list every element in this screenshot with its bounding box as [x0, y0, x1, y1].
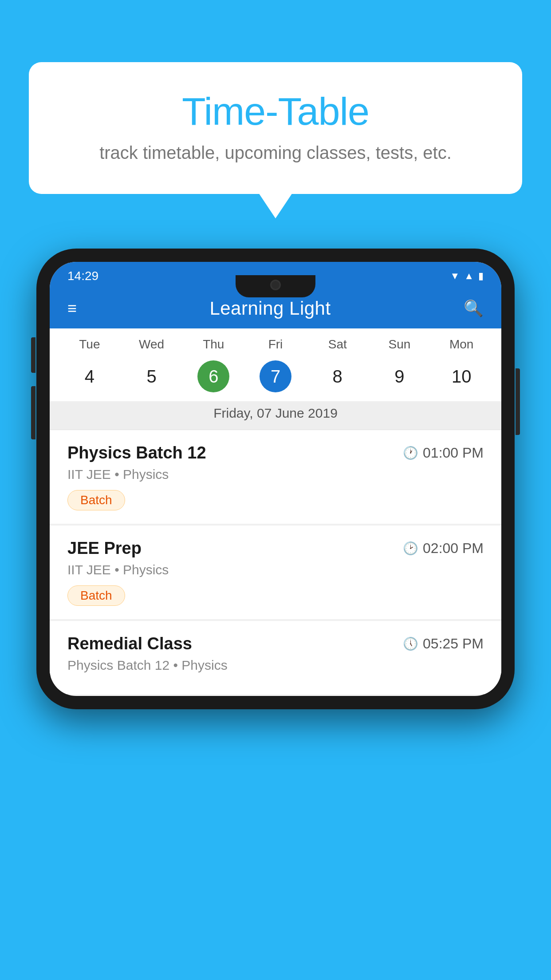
- schedule-time-value-1: 01:00 PM: [423, 445, 484, 461]
- schedule-time-value-2: 02:00 PM: [423, 540, 484, 557]
- day-header-sun: Sun: [369, 337, 431, 352]
- schedule-subject-1: IIT JEE • Physics: [67, 467, 484, 482]
- battery-icon: ▮: [478, 270, 484, 282]
- day-circle-4: 4: [74, 360, 106, 392]
- phone-notch: [236, 275, 315, 297]
- phone-button-volume-down: [31, 386, 35, 439]
- schedule-title-1: Physics Batch 12: [67, 443, 206, 462]
- day-circle-5: 5: [136, 360, 168, 392]
- day-7[interactable]: 7: [244, 360, 307, 392]
- schedule-time-2: 🕑 02:00 PM: [403, 540, 484, 557]
- schedule-item-2[interactable]: JEE Prep 🕑 02:00 PM IIT JEE • Physics Ba…: [50, 526, 501, 619]
- schedule-item-2-top: JEE Prep 🕑 02:00 PM: [67, 539, 484, 558]
- day-9[interactable]: 9: [369, 360, 431, 392]
- speech-bubble: Time-Table track timetable, upcoming cla…: [29, 62, 522, 194]
- schedule-time-value-3: 05:25 PM: [423, 636, 484, 652]
- schedule-subject-2: IIT JEE • Physics: [67, 562, 484, 577]
- phone-screen: 14:29 ▼ ▲ ▮ ≡ Learning Light 🔍 Tue Wed T…: [50, 262, 501, 696]
- schedule-item-3[interactable]: Remedial Class 🕔 05:25 PM Physics Batch …: [50, 621, 501, 694]
- phone-button-power: [516, 368, 520, 435]
- day-circle-9: 9: [383, 360, 415, 392]
- day-header-fri: Fri: [244, 337, 307, 352]
- schedule-subject-3: Physics Batch 12 • Physics: [67, 658, 484, 673]
- day-header-thu: Thu: [182, 337, 244, 352]
- search-icon[interactable]: 🔍: [464, 299, 484, 318]
- schedule-item-1[interactable]: Physics Batch 12 🕐 01:00 PM IIT JEE • Ph…: [50, 430, 501, 524]
- day-header-sat: Sat: [307, 337, 369, 352]
- selected-date: Friday, 07 June 2019: [50, 401, 501, 430]
- batch-badge-2: Batch: [67, 585, 125, 606]
- schedule-list: Physics Batch 12 🕐 01:00 PM IIT JEE • Ph…: [50, 430, 501, 694]
- schedule-time-1: 🕐 01:00 PM: [403, 445, 484, 461]
- day-6[interactable]: 6: [182, 360, 244, 392]
- day-10[interactable]: 10: [430, 360, 492, 392]
- status-time: 14:29: [67, 269, 98, 283]
- bubble-subtitle: track timetable, upcoming classes, tests…: [64, 143, 487, 163]
- clock-icon-1: 🕐: [403, 446, 418, 460]
- day-5[interactable]: 5: [121, 360, 183, 392]
- day-8[interactable]: 8: [307, 360, 369, 392]
- phone-button-volume-up: [31, 337, 35, 373]
- day-circle-7: 7: [260, 360, 291, 392]
- day-header-wed: Wed: [121, 337, 183, 352]
- day-headers: Tue Wed Thu Fri Sat Sun Mon: [50, 328, 501, 356]
- signal-icon: ▲: [464, 270, 474, 282]
- day-circle-10: 10: [445, 360, 477, 392]
- day-header-tue: Tue: [59, 337, 121, 352]
- phone-body: 14:29 ▼ ▲ ▮ ≡ Learning Light 🔍 Tue Wed T…: [36, 249, 515, 709]
- schedule-title-3: Remedial Class: [67, 634, 192, 653]
- schedule-item-1-top: Physics Batch 12 🕐 01:00 PM: [67, 443, 484, 462]
- batch-badge-1: Batch: [67, 490, 125, 510]
- schedule-title-2: JEE Prep: [67, 539, 142, 558]
- day-numbers: 4 5 6 7 8 9: [50, 356, 501, 401]
- bubble-title: Time-Table: [64, 89, 487, 134]
- day-circle-6: 6: [197, 360, 229, 392]
- calendar-strip: Tue Wed Thu Fri Sat Sun Mon 4 5: [50, 328, 501, 430]
- day-4[interactable]: 4: [59, 360, 121, 392]
- clock-icon-2: 🕑: [403, 541, 418, 556]
- wifi-icon: ▼: [450, 270, 460, 282]
- app-title: Learning Light: [209, 298, 331, 319]
- schedule-time-3: 🕔 05:25 PM: [403, 636, 484, 652]
- clock-icon-3: 🕔: [403, 636, 418, 651]
- speech-bubble-area: Time-Table track timetable, upcoming cla…: [29, 62, 522, 194]
- status-icons: ▼ ▲ ▮: [450, 270, 484, 282]
- phone-camera: [270, 280, 281, 290]
- phone-wrapper: 14:29 ▼ ▲ ▮ ≡ Learning Light 🔍 Tue Wed T…: [36, 249, 515, 709]
- schedule-item-3-top: Remedial Class 🕔 05:25 PM: [67, 634, 484, 653]
- menu-icon[interactable]: ≡: [67, 300, 77, 316]
- day-circle-8: 8: [322, 360, 354, 392]
- day-header-mon: Mon: [430, 337, 492, 352]
